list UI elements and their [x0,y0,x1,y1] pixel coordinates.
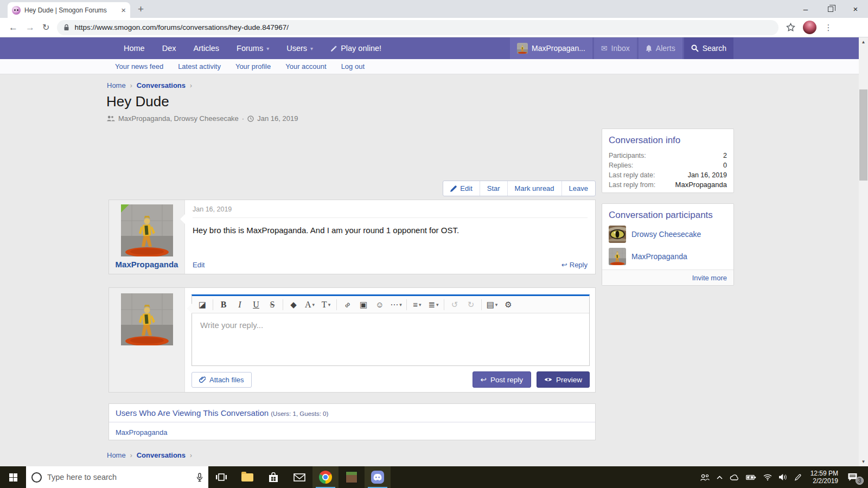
drafts-button[interactable]: ▤▾ [484,297,500,312]
message-author-cell: MaxPropaganda [109,200,185,274]
message-author-link[interactable]: MaxPropaganda [109,260,184,269]
taskbar-search-input[interactable] [47,473,191,481]
avatar[interactable] [609,248,626,265]
chrome-taskbar-button[interactable] [312,466,339,488]
nav-dex[interactable]: Dex [154,37,185,59]
list-button[interactable]: ≣▾ [425,297,442,312]
nav-forums[interactable]: Forums ▾ [228,37,278,59]
page-scrollbar[interactable]: ▲ ▼ [859,37,868,466]
browser-profile-avatar[interactable] [803,21,816,34]
forward-button[interactable]: → [25,22,35,33]
nav-users[interactable]: Users ▾ [278,37,322,59]
avatar[interactable] [609,226,626,243]
taskbar-search[interactable] [26,466,208,488]
more-options-button[interactable]: ⋯▾ [388,297,404,312]
tab-close-icon[interactable]: × [121,6,126,14]
breadcrumb-conversations[interactable]: Conversations [137,451,186,459]
viewers-counts: (Users: 1, Guests: 0) [271,410,328,417]
nav-account-button[interactable]: MaxPropagan... [510,37,592,59]
volume-icon[interactable] [779,474,787,480]
browser-tab[interactable]: Hey Dude | Smogon Forums × [8,2,130,18]
address-bar[interactable]: https://www.smogon.com/forums/conversati… [57,20,778,35]
invite-more-link[interactable]: Invite more [692,274,727,282]
breadcrumb-home[interactable]: Home [107,81,126,89]
start-button[interactable] [0,466,26,488]
editor-settings-button[interactable]: ⚙ [500,297,516,312]
participant-link[interactable]: Drowsy Cheesecake [631,230,701,239]
viewer-user-link[interactable]: MaxPropaganda [116,428,167,436]
star-button[interactable]: Star [480,181,507,196]
scroll-up-icon[interactable]: ▲ [859,37,868,47]
message-date[interactable]: Jan 16, 2019 [193,206,588,218]
strikethrough-button[interactable]: S [264,297,280,312]
smilies-button[interactable]: ☺ [372,297,388,312]
breadcrumb-conversations[interactable]: Conversations [137,81,186,89]
window-restore-button[interactable] [818,0,843,18]
leave-button[interactable]: Leave [561,181,595,196]
battery-icon[interactable] [746,474,756,480]
task-view-button[interactable] [208,466,234,488]
remove-format-button[interactable]: ◪ [194,297,210,312]
file-explorer-button[interactable] [234,466,260,488]
message-reply-link[interactable]: ↩ Reply [561,261,588,269]
bookmark-star-icon[interactable] [786,23,795,32]
subnav-news-feed[interactable]: Your news feed [115,62,163,70]
reload-button[interactable]: ↻ [42,22,49,33]
mail-button[interactable] [286,466,312,488]
eye-icon [544,377,552,382]
italic-button[interactable]: I [232,297,248,312]
subnav-your-profile[interactable]: Your profile [235,62,271,70]
taskbar-clock[interactable]: 12:59 PM 2/2/2019 [808,470,840,485]
conversation-info-title: Conversation info [609,135,727,146]
chevron-down-icon: ▾ [328,302,331,307]
avatar[interactable] [121,293,173,345]
edit-button[interactable]: Edit [443,181,479,196]
nav-search-button[interactable]: Search [684,37,733,59]
redo-button[interactable]: ↻ [463,297,479,312]
last-reply-from-link[interactable]: MaxPropaganda [675,180,727,190]
post-reply-button[interactable]: ↩ Post reply [473,371,531,388]
subnav-your-account[interactable]: Your account [285,62,326,70]
mark-unread-button[interactable]: Mark unread [507,181,561,196]
alignment-button[interactable]: ≡▾ [409,297,425,312]
discord-taskbar-button[interactable] [365,466,391,488]
underline-button[interactable]: U [248,297,264,312]
window-minimize-button[interactable]: – [793,0,818,18]
participant-link[interactable]: MaxPropaganda [631,252,687,261]
new-tab-button[interactable]: + [138,3,144,15]
nav-alerts-button[interactable]: Alerts [639,37,682,59]
back-button[interactable]: ← [9,22,18,33]
text-color-button[interactable]: ◆ [285,297,302,312]
people-icon[interactable] [700,474,710,481]
subnav-log-out[interactable]: Log out [341,62,365,70]
subnav-latest-activity[interactable]: Latest activity [178,62,221,70]
undo-button[interactable]: ↺ [446,297,463,312]
chevron-up-icon[interactable] [717,476,723,479]
wifi-icon[interactable] [763,474,772,480]
nav-articles[interactable]: Articles [184,37,228,59]
font-family-button[interactable]: A▾ [302,297,318,312]
window-close-button[interactable]: × [843,0,868,18]
browser-menu-icon[interactable]: ⋮ [824,23,832,33]
font-size-button[interactable]: T▾ [318,297,334,312]
microphone-icon[interactable] [196,473,203,482]
nav-inbox-button[interactable]: ✉ Inbox [594,37,637,59]
reply-editor-input[interactable]: Write your reply... [192,313,589,337]
onedrive-cloud-icon[interactable] [730,474,739,480]
bold-button[interactable]: B [215,297,232,312]
group-icon [107,115,115,121]
byline-participants[interactable]: MaxPropaganda, Drowsy Cheesecake [118,114,239,123]
message-edit-link[interactable]: Edit [193,261,205,269]
scroll-down-icon[interactable]: ▼ [859,457,868,466]
microsoft-store-button[interactable] [260,466,286,488]
minecraft-taskbar-button[interactable] [339,466,365,488]
preview-button[interactable]: Preview [537,371,590,388]
attach-files-button[interactable]: Attach files [192,372,252,388]
action-center-button[interactable]: 3 [847,473,861,482]
scrollbar-thumb[interactable] [859,89,867,181]
pen-icon[interactable] [794,474,801,481]
nav-home[interactable]: Home [115,37,154,59]
breadcrumb-home[interactable]: Home [107,451,126,459]
nav-play-online[interactable]: Play online! [322,37,390,59]
byline-date[interactable]: Jan 16, 2019 [257,114,298,123]
